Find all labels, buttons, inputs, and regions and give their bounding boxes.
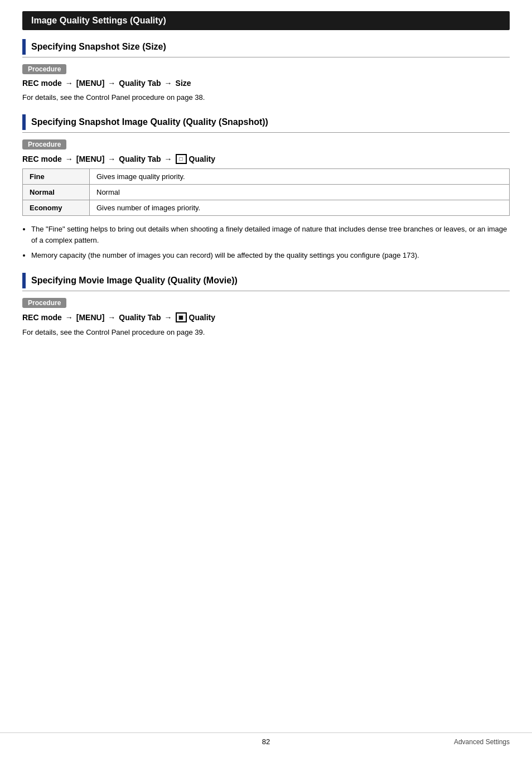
section1-header: Specifying Snapshot Size (Size) (22, 39, 510, 57)
page-footer: 82 Advanced Settings (0, 732, 532, 746)
s1-arrow3: → (165, 79, 172, 88)
page-number: 82 (0, 737, 532, 746)
section1-rec-mode: REC mode → [MENU] → Quality Tab → Size (22, 79, 510, 88)
s2-arrow3: → (165, 155, 172, 163)
s2-arrow1: → (65, 155, 73, 163)
s1-arrow1: → (65, 79, 73, 88)
s1-size: Size (176, 79, 191, 88)
s1-menu: [MENU] (76, 79, 105, 88)
normal-label: Normal (23, 184, 90, 200)
movie-quality-icon: ▩ (176, 312, 187, 322)
section2-procedure-badge: Procedure (22, 139, 66, 150)
section3-header: Specifying Movie Image Quality (Quality … (22, 273, 510, 291)
s2-rec: REC mode (22, 155, 62, 163)
main-header: Image Quality Settings (Quality) (22, 11, 510, 30)
bullet-item-2: Memory capacity (the number of images yo… (31, 250, 510, 262)
s3-arrow1: → (65, 313, 73, 322)
section2-rec-mode: REC mode → [MENU] → Quality Tab → □ Qual… (22, 154, 510, 164)
section3-para: For details, see the Control Panel proce… (22, 327, 510, 338)
s1-quality-tab: Quality Tab (119, 79, 161, 88)
s1-rec: REC mode (22, 79, 62, 88)
section3-procedure-badge: Procedure (22, 298, 66, 308)
section-movie-quality: Specifying Movie Image Quality (Quality … (22, 273, 510, 338)
s3-arrow2: → (108, 313, 115, 322)
economy-desc: Gives number of images priority. (90, 200, 510, 215)
table-row-normal: Normal Normal (23, 184, 510, 200)
section-snapshot-size: Specifying Snapshot Size (Size) Procedur… (22, 39, 510, 103)
economy-label: Economy (23, 200, 90, 215)
section1-procedure-badge: Procedure (22, 64, 66, 74)
fine-desc: Gives image quality priority. (90, 168, 510, 184)
bullet-item-1: The "Fine" setting helps to bring out de… (31, 224, 510, 247)
normal-desc: Normal (90, 184, 510, 200)
snapshot-quality-icon: □ (176, 154, 187, 164)
section-snapshot-quality: Specifying Snapshot Image Quality (Quali… (22, 114, 510, 262)
quality-table: Fine Gives image quality priority. Norma… (22, 168, 510, 216)
footer-label: Advanced Settings (454, 738, 510, 746)
main-header-text: Image Quality Settings (Quality) (31, 16, 166, 25)
quality-table-body: Fine Gives image quality priority. Norma… (23, 168, 510, 215)
s2-quality-tab: Quality Tab (119, 155, 161, 163)
section3-rec-mode: REC mode → [MENU] → Quality Tab → ▩ Qual… (22, 312, 510, 322)
s3-quality: Quality (189, 313, 215, 322)
s3-quality-tab: Quality Tab (119, 313, 161, 322)
section3-bar (22, 273, 26, 288)
section2-header: Specifying Snapshot Image Quality (Quali… (22, 114, 510, 133)
s2-quality: Quality (189, 155, 215, 163)
s3-rec: REC mode (22, 313, 62, 322)
s1-arrow2: → (108, 79, 115, 88)
section2-bullets: The "Fine" setting helps to bring out de… (31, 224, 510, 262)
table-row-fine: Fine Gives image quality priority. (23, 168, 510, 184)
s2-arrow2: → (108, 155, 115, 163)
section1-title: Specifying Snapshot Size (Size) (31, 42, 166, 52)
section1-bar (22, 39, 26, 55)
s3-menu: [MENU] (76, 313, 105, 322)
s3-arrow3: → (165, 313, 172, 322)
section2-bar (22, 114, 26, 130)
s2-menu: [MENU] (76, 155, 105, 163)
table-row-economy: Economy Gives number of images priority. (23, 200, 510, 215)
section2-title: Specifying Snapshot Image Quality (Quali… (31, 117, 268, 127)
page-content: Image Quality Settings (Quality) Specify… (0, 0, 532, 382)
fine-label: Fine (23, 168, 90, 184)
section1-para: For details, see the Control Panel proce… (22, 92, 510, 103)
section3-title: Specifying Movie Image Quality (Quality … (31, 276, 238, 286)
